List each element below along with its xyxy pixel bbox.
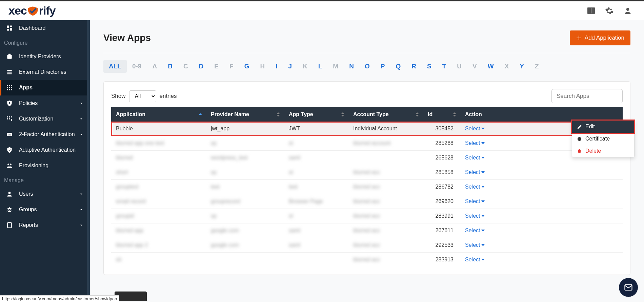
dropdown-delete[interactable]: Delete — [572, 145, 634, 157]
alpha-c: C — [178, 60, 194, 73]
alpha-y[interactable]: Y — [514, 60, 529, 73]
sidebar-item-users[interactable]: Users — [0, 186, 90, 202]
sidebar-item-two-factor[interactable]: 1232-Factor Authentication — [0, 127, 90, 142]
svg-rect-22 — [7, 116, 8, 117]
alpha-a: A — [147, 60, 162, 73]
brand-logo[interactable]: xec rify — [8, 4, 56, 17]
sidebar-item-external-directories[interactable]: External Directories — [0, 64, 90, 80]
svg-rect-6 — [7, 29, 9, 30]
alpha-g[interactable]: G — [239, 60, 255, 73]
policies-icon — [6, 100, 13, 107]
sidebar-item-reports[interactable]: Reports — [0, 217, 90, 233]
alpha-all[interactable]: ALL — [103, 60, 127, 73]
gear-icon[interactable] — [605, 6, 614, 15]
svg-rect-18 — [7, 89, 8, 90]
col-account-type[interactable]: Account Type — [348, 107, 423, 122]
topbar: xec rify — [0, 1, 644, 20]
cell-account: blurred acc — [348, 238, 423, 253]
alpha-d[interactable]: D — [194, 60, 209, 73]
select-action[interactable]: Select — [465, 184, 485, 190]
select-action[interactable]: Select — [465, 242, 485, 248]
sidebar-item-apps[interactable]: Apps — [0, 80, 90, 95]
chevron-down-icon — [79, 116, 84, 121]
svg-rect-12 — [7, 85, 8, 86]
search-input[interactable] — [551, 89, 623, 103]
select-action[interactable]: Select — [465, 257, 485, 263]
add-application-button[interactable]: Add Application — [570, 30, 630, 45]
chevron-down-icon — [79, 192, 84, 196]
table-row: blurred app one text sp st blurred accou… — [111, 136, 623, 151]
col-app-type[interactable]: App Type — [284, 107, 348, 122]
alpha-l[interactable]: L — [313, 60, 328, 73]
cell-type — [284, 253, 348, 267]
sidebar-item-provisioning[interactable]: Provisioning — [0, 158, 90, 173]
dropdown-certificate[interactable]: Certificate — [572, 133, 634, 145]
alpha-m: M — [327, 60, 344, 73]
cell-app: sh — [111, 253, 206, 267]
select-action[interactable]: Select — [465, 140, 485, 146]
chevron-down-icon — [79, 223, 84, 228]
cell-action: Select — [460, 165, 623, 180]
svg-rect-3 — [7, 26, 9, 28]
certificate-icon — [577, 136, 582, 142]
alpha-h: H — [255, 60, 270, 73]
cell-provider: sp — [206, 165, 284, 180]
page-title: View Apps — [103, 33, 151, 43]
cell-app: blurred app — [111, 223, 206, 238]
dropdown-edit[interactable]: Edit — [572, 121, 634, 133]
sidebar-item-policies[interactable]: Policies — [0, 95, 90, 111]
select-action[interactable]: Select — [465, 126, 485, 132]
select-action[interactable]: Select — [465, 169, 485, 175]
cell-provider: google com — [206, 238, 284, 253]
svg-rect-23 — [9, 116, 10, 117]
chevron-down-icon — [79, 132, 84, 137]
table-row: blurred app 2 google com saml blurred ac… — [111, 238, 623, 253]
sidebar-item-identity-providers[interactable]: Identity Providers — [0, 49, 90, 64]
alpha-o[interactable]: O — [359, 60, 375, 73]
alpha-w[interactable]: W — [482, 60, 499, 73]
svg-rect-13 — [9, 85, 10, 86]
select-action[interactable]: Select — [465, 228, 485, 234]
select-action[interactable]: Select — [465, 198, 485, 204]
cell-type: JWT — [284, 122, 348, 136]
select-action[interactable]: Select — [465, 155, 485, 161]
caret-down-icon — [481, 142, 485, 144]
sidebar-item-groups[interactable]: Groups — [0, 202, 90, 217]
col-id[interactable]: Id — [423, 107, 460, 122]
col-provider-name[interactable]: Provider Name — [206, 107, 284, 122]
cell-action: Select — [460, 238, 623, 253]
sidebar-item-customization[interactable]: Customization — [0, 111, 90, 127]
svg-rect-15 — [7, 87, 8, 88]
alpha-b[interactable]: B — [162, 60, 178, 73]
cell-provider: sp — [206, 209, 284, 223]
alpha-j[interactable]: J — [283, 60, 297, 73]
svg-point-34 — [9, 207, 11, 209]
users-icon — [6, 191, 13, 197]
dropdown-del-label: Delete — [585, 148, 601, 154]
cell-app: blurred app one text — [111, 136, 206, 151]
sidebar-item-adaptive-auth[interactable]: Adaptive Authentication — [0, 142, 90, 158]
reports-icon — [6, 222, 13, 229]
svg-point-30 — [10, 164, 12, 165]
cell-provider: google com — [206, 223, 284, 238]
alpha-q[interactable]: Q — [390, 60, 406, 73]
customization-icon — [6, 115, 13, 122]
docs-icon[interactable] — [587, 6, 596, 15]
alpha-n[interactable]: N — [344, 60, 359, 73]
col-application[interactable]: Application — [111, 107, 206, 122]
entries-select[interactable]: All — [129, 90, 156, 102]
alpha-t[interactable]: T — [437, 60, 452, 73]
sidebar-item-dashboard[interactable]: Dashboard — [0, 20, 90, 36]
cell-app: blurred app 2 — [111, 238, 206, 253]
alpha-p[interactable]: P — [375, 60, 390, 73]
sidebar-scrollbar[interactable] — [87, 20, 90, 302]
alpha-s[interactable]: S — [422, 60, 437, 73]
cell-type: st — [284, 209, 348, 223]
alpha-i[interactable]: I — [270, 60, 283, 73]
select-action[interactable]: Select — [465, 213, 485, 219]
user-icon[interactable] — [623, 6, 632, 15]
chat-fab[interactable] — [619, 278, 638, 297]
show-label: Show — [111, 93, 126, 100]
edit-icon — [577, 124, 582, 129]
alpha-r[interactable]: R — [406, 60, 422, 73]
